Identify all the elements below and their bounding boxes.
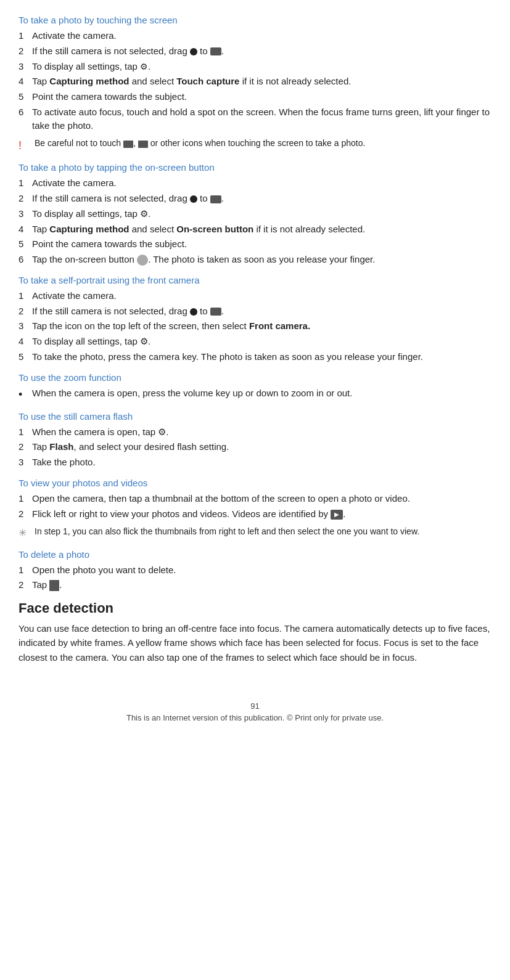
list-num: 1 (19, 289, 32, 303)
face-detection-body: You can use face detection to bring an o… (19, 621, 491, 664)
section-title-selfie: To take a self-portrait using the front … (19, 275, 491, 285)
list-num: 2 (19, 440, 32, 454)
list-num: 5 (19, 90, 32, 104)
warning-icon: ! (19, 137, 35, 153)
section-touch-photo: To take a photo by touching the screen 1… (19, 15, 491, 153)
list-num: 2 (19, 192, 32, 205)
list-item: 2 If the still camera is not selected, d… (19, 192, 491, 205)
list-num: 4 (19, 223, 32, 236)
list-num: 3 (19, 60, 32, 73)
settings-icon: ⚙ (140, 208, 148, 219)
list-item: 5 To take the photo, press the camera ke… (19, 350, 491, 364)
numbered-list-selfie: 1 Activate the camera. 2 If the still ca… (19, 289, 491, 364)
list-item: 1 When the camera is open, tap ⚙. (19, 425, 491, 439)
list-num: 2 (19, 507, 32, 521)
list-item: 1 Open the camera, then tap a thumbnail … (19, 492, 491, 505)
section-title-delete-photo: To delete a photo (19, 549, 491, 560)
list-item: 6 To activate auto focus, touch and hold… (19, 105, 491, 133)
page-footer: 91 This is an Internet version of this p… (19, 701, 491, 722)
list-item: 2 Tap Flash, and select your desired fla… (19, 440, 491, 454)
list-item: 5 Point the camera towards the subject. (19, 90, 491, 104)
trash-icon (49, 580, 59, 591)
warning-box: ! Be careful not to touch , or other ico… (19, 137, 491, 153)
numbered-list-touch-photo: 1 Activate the camera. 2 If the still ca… (19, 29, 491, 132)
circle-icon (190, 195, 197, 203)
section-view-photos: To view your photos and videos 1 Open th… (19, 478, 491, 541)
bullet-dot: • (19, 386, 32, 402)
list-item: 1 Open the photo you want to delete. (19, 563, 491, 577)
circle-icon (190, 308, 197, 316)
section-flash: To use the still camera flash 1 When the… (19, 411, 491, 469)
list-item: 3 Tap the icon on the top left of the sc… (19, 319, 491, 333)
numbered-list-flash: 1 When the camera is open, tap ⚙. 2 Tap … (19, 425, 491, 469)
onscreen-btn-icon (137, 255, 148, 266)
list-num: 4 (19, 335, 32, 348)
section-title-zoom: To use the zoom function (19, 372, 491, 383)
list-item: 1 Activate the camera. (19, 29, 491, 43)
camera-icon-inline (210, 47, 221, 55)
list-item: 4 To display all settings, tap ⚙. (19, 335, 491, 348)
tip-box: ✳ In step 1, you can also flick the thum… (19, 525, 491, 540)
list-num: 6 (19, 105, 32, 133)
page-number: 91 (19, 701, 491, 711)
list-num: 5 (19, 237, 32, 251)
numbered-list-view-photos: 1 Open the camera, then tap a thumbnail … (19, 492, 491, 521)
circle-icon (190, 48, 197, 55)
section-face-detection: Face detection You can use face detectio… (19, 600, 491, 664)
list-item: 2 If the still camera is not selected, d… (19, 44, 491, 58)
list-item: 5 Point the camera towards the subject. (19, 237, 491, 251)
list-num: 6 (19, 253, 32, 266)
section-title-touch-photo: To take a photo by touching the screen (19, 15, 491, 25)
list-item: 3 To display all settings, tap ⚙. (19, 60, 491, 73)
face-detection-title: Face detection (19, 600, 491, 616)
section-zoom: To use the zoom function • When the came… (19, 372, 491, 402)
list-item: 2 If the still camera is not selected, d… (19, 304, 491, 318)
list-item: • When the camera is open, press the vol… (19, 386, 491, 402)
list-item: 6 Tap the on-screen button . The photo i… (19, 253, 491, 266)
settings-icon: ⚙ (140, 62, 148, 71)
list-item: 1 Activate the camera. (19, 289, 491, 303)
section-title-tap-photo: To take a photo by tapping the on-screen… (19, 162, 491, 173)
list-num: 1 (19, 176, 32, 190)
section-selfie: To take a self-portrait using the front … (19, 275, 491, 364)
list-num: 5 (19, 350, 32, 364)
list-item: 4 Tap Capturing method and select On-scr… (19, 223, 491, 236)
list-item: 1 Activate the camera. (19, 176, 491, 190)
list-num: 1 (19, 425, 32, 439)
list-item: 4 Tap Capturing method and select Touch … (19, 75, 491, 88)
list-num: 2 (19, 44, 32, 58)
list-item: 2 Tap . (19, 578, 491, 592)
settings-icon: ⚙ (140, 336, 148, 346)
list-num: 2 (19, 304, 32, 318)
video-play-icon: ▶ (331, 510, 343, 520)
list-num: 1 (19, 563, 32, 577)
numbered-list-delete-photo: 1 Open the photo you want to delete. 2 T… (19, 563, 491, 592)
camera-icon-inline (210, 195, 221, 203)
section-title-view-photos: To view your photos and videos (19, 478, 491, 488)
section-delete-photo: To delete a photo 1 Open the photo you w… (19, 549, 491, 592)
list-num: 1 (19, 29, 32, 43)
list-item: 3 To display all settings, tap ⚙. (19, 207, 491, 221)
numbered-list-tap-photo: 1 Activate the camera. 2 If the still ca… (19, 176, 491, 266)
copyright-text: This is an Internet version of this publ… (126, 713, 384, 722)
list-num: 3 (19, 207, 32, 221)
settings-icon: ⚙ (158, 427, 166, 437)
section-tap-photo: To take a photo by tapping the on-screen… (19, 162, 491, 266)
section-title-flash: To use the still camera flash (19, 411, 491, 422)
list-num: 2 (19, 578, 32, 592)
list-num: 1 (19, 492, 32, 505)
tip-icon: ✳ (19, 526, 35, 540)
list-num: 3 (19, 455, 32, 469)
list-item: 2 Flick left or right to view your photo… (19, 507, 491, 521)
bullet-list-zoom: • When the camera is open, press the vol… (19, 386, 491, 402)
list-num: 3 (19, 319, 32, 333)
list-num: 4 (19, 75, 32, 88)
menu-icon (123, 141, 133, 148)
list-item: 3 Take the photo. (19, 455, 491, 469)
camera-icon-inline (210, 308, 221, 316)
camera-icon-inline2 (138, 141, 148, 148)
